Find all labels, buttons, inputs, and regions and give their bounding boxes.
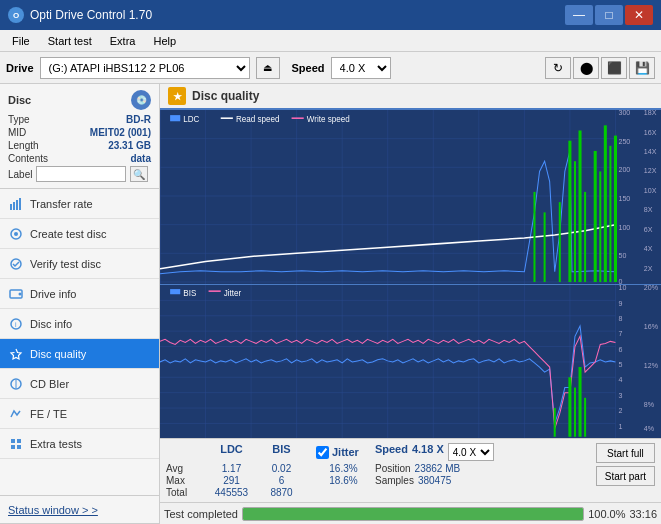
stats-avg-bis: 0.02 [259,463,304,474]
disc-quality-header: ★ Disc quality [160,84,661,110]
svg-rect-1 [13,202,15,210]
drive-select[interactable]: (G:) ATAPI iHBS112 2 PL06 [40,57,250,79]
svg-text:BIS: BIS [183,289,197,298]
stats-avg-jitter: 16.3% [316,463,371,474]
svg-text:1: 1 [618,423,622,431]
cd-bier-icon [8,376,24,392]
drive-label: Drive [6,62,34,74]
disc-section-title: Disc [8,94,31,106]
svg-text:Read speed: Read speed [236,115,280,124]
app-title: Opti Drive Control 1.70 [30,8,152,22]
disc-quality-icon [8,346,24,362]
menu-help[interactable]: Help [145,33,184,49]
extra-tests-icon [8,436,24,452]
sidebar-item-drive-info[interactable]: Drive info [0,279,159,309]
disc-label-input[interactable] [36,166,126,182]
stats-speed-select-container[interactable]: 4.0 X [448,443,494,461]
stats-max-bis: 6 [259,475,304,486]
menu-extra[interactable]: Extra [102,33,144,49]
drive-info-icon [8,286,24,302]
disc-label-label: Label [8,169,32,180]
verify-test-disc-icon [8,256,24,272]
svg-rect-14 [17,439,21,443]
svg-rect-16 [17,445,21,449]
svg-rect-106 [170,289,180,294]
minimize-button[interactable]: — [565,5,593,25]
stats-col-speed: Speed [375,443,408,461]
menu-start-test[interactable]: Start test [40,33,100,49]
svg-rect-3 [19,198,21,210]
eject-button[interactable]: ⏏ [256,57,280,79]
svg-text:Write speed: Write speed [307,115,350,124]
svg-text:0: 0 [618,278,622,284]
disc-mid-label: MID [8,127,26,138]
disc-label-button[interactable]: 🔍 [130,166,148,182]
disc-type-row: Type BD-R [8,114,151,125]
stats-position-label: Position [375,463,411,474]
stats-avg-row: Avg 1.17 0.02 16.3% Position 23862 MB [166,463,588,474]
sidebar-item-transfer-rate[interactable]: Transfer rate [0,189,159,219]
svg-text:8%: 8% [644,401,655,409]
svg-rect-47 [170,115,180,121]
disc-quality-panel: ★ Disc quality [160,84,661,502]
stats-avg-ldc: 1.17 [204,463,259,474]
stats-max-ldc: 291 [204,475,259,486]
svg-point-5 [14,232,18,236]
content-area: ★ Disc quality [160,84,661,524]
app-icon: O [8,7,24,23]
toolbar-icon-4[interactable]: 💾 [629,57,655,79]
start-full-button[interactable]: Start full [596,443,655,463]
stats-position-val: 23862 MB [415,463,461,474]
sidebar-bottom: Status window > > [0,495,159,524]
progress-area: Test completed 100.0% 33:16 [160,502,661,524]
sidebar-item-extra-tests[interactable]: Extra tests [0,429,159,459]
stats-header-row: LDC BIS Jitter Speed 4.18 X [166,443,588,461]
stats-total-bis: 8870 [259,487,304,498]
sidebar-item-label-create-test-disc: Create test disc [30,228,106,240]
fe-te-icon [8,406,24,422]
menu-file[interactable]: File [4,33,38,49]
toolbar-icon-1[interactable]: ↻ [545,57,571,79]
sidebar: Disc 💿 Type BD-R MID MEIT02 (001) Length… [0,84,160,524]
transfer-rate-icon [8,196,24,212]
stats-max-label: Max [166,475,204,486]
disc-contents-row: Contents data [8,153,151,164]
sidebar-item-label-verify-test-disc: Verify test disc [30,258,101,270]
stats-speed-select[interactable]: 4.0 X [448,443,494,461]
svg-text:100: 100 [618,224,630,232]
stats-spacer2 [359,443,369,461]
svg-text:300: 300 [618,110,630,117]
disc-info-header: Disc 💿 [8,90,151,110]
sidebar-item-verify-test-disc[interactable]: Verify test disc [0,249,159,279]
sidebar-item-create-test-disc[interactable]: Create test disc [0,219,159,249]
svg-text:2X: 2X [644,265,653,273]
sidebar-item-fe-te[interactable]: FE / TE [0,399,159,429]
sidebar-item-cd-bier[interactable]: CD BIer [0,369,159,399]
svg-text:14X: 14X [644,148,657,156]
close-button[interactable]: ✕ [625,5,653,25]
progress-time: 33:16 [629,508,657,520]
svg-text:8: 8 [618,315,622,323]
toolbar-icon-3[interactable]: ⬛ [601,57,627,79]
maximize-button[interactable]: □ [595,5,623,25]
svg-rect-2 [16,200,18,210]
disc-info-icon: i [8,316,24,332]
sidebar-item-label-fe-te: FE / TE [30,408,67,420]
jitter-checkbox[interactable] [316,446,329,459]
svg-text:18X: 18X [644,110,657,117]
toolbar-icon-2[interactable]: ⬤ [573,57,599,79]
sidebar-item-disc-quality[interactable]: Disc quality [0,339,159,369]
stats-total-label: Total [166,487,204,498]
stats-bar: LDC BIS Jitter Speed 4.18 X [160,438,661,502]
speed-select[interactable]: 4.0 X [331,57,391,79]
start-part-button[interactable]: Start part [596,466,655,486]
stats-total-row: Total 445553 8870 [166,487,588,498]
progress-label: Test completed [164,508,238,520]
disc-icon: 💿 [131,90,151,110]
svg-text:50: 50 [618,252,626,260]
jitter-checkbox-container[interactable]: Jitter [316,443,359,461]
status-window-link[interactable]: Status window > > [0,496,159,524]
svg-text:4: 4 [618,376,622,384]
svg-text:5: 5 [618,361,622,369]
sidebar-item-disc-info[interactable]: i Disc info [0,309,159,339]
